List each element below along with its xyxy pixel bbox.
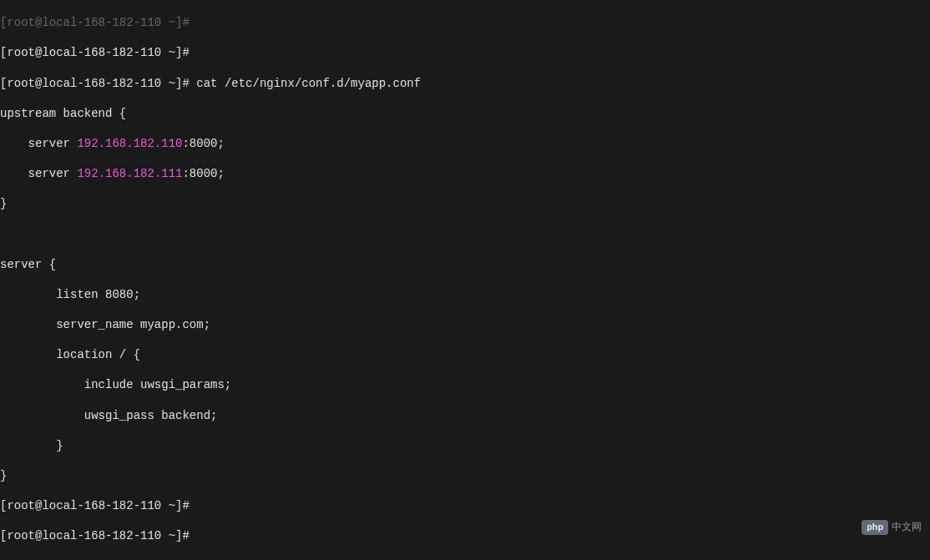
config-line: server_name myapp.com; [0, 317, 930, 332]
terminal-line: [root@local-168-182-110 ~]# [0, 528, 930, 543]
cat-command: cat /etc/nginx/conf.d/myapp.conf [196, 77, 421, 90]
upstream-ip: 192.168.182.111 [77, 167, 182, 180]
config-line: location / { [0, 347, 930, 362]
terminal-line: [root@local-168-182-110 ~]# [0, 15, 930, 30]
terminal-line: [root@local-168-182-110 ~]# [0, 498, 930, 513]
config-line: listen 8080; [0, 287, 930, 302]
config-line: server 192.168.182.110:8000; [0, 136, 930, 151]
config-line: } [0, 468, 930, 483]
terminal-output[interactable]: [root@local-168-182-110 ~]# [root@local-… [0, 0, 930, 560]
config-line: include uwsgi_params; [0, 377, 930, 392]
config-line: upstream backend { [0, 106, 930, 121]
upstream-ip: 192.168.182.110 [77, 137, 182, 150]
terminal-line: [root@local-168-182-110 ~]# [0, 45, 930, 60]
watermark-text: 中文网 [892, 521, 922, 534]
terminal-line: [root@local-168-182-110 ~]# cat /etc/ngi… [0, 76, 930, 91]
config-line: server 192.168.182.111:8000; [0, 166, 930, 181]
watermark: php 中文网 [862, 520, 922, 535]
config-line: uwsgi_pass backend; [0, 408, 930, 423]
config-line: } [0, 438, 930, 453]
config-line: server { [0, 257, 930, 272]
config-line [0, 227, 930, 242]
config-line: } [0, 196, 930, 211]
php-logo-icon: php [862, 520, 888, 535]
truncated-line: [root@local-168-182-110 ~]# [0, 16, 190, 29]
